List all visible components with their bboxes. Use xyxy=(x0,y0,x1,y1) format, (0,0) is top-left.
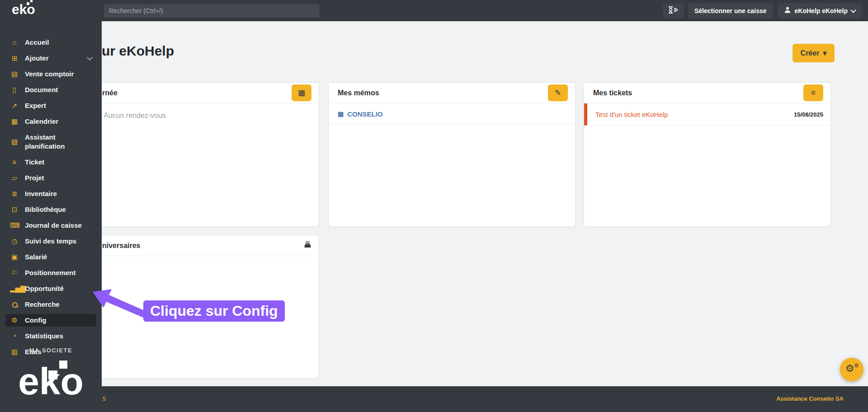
sidebar-item-positionnement[interactable]: ⚐Positionnement xyxy=(5,267,96,279)
eko-logo-small[interactable]: eko xyxy=(12,2,35,17)
ticket-list: Test d'un ticket eKoHelp15/08/2025 xyxy=(584,103,830,126)
calendar-icon: ▦ xyxy=(10,117,19,126)
sidebar-item-label: Projet xyxy=(25,173,44,183)
assistance-link[interactable]: Assistance Conselio SA xyxy=(776,395,844,402)
user-menu-button[interactable]: eKoHelp eKoHelp xyxy=(778,3,862,18)
sidebar-menu: ⌂Accueil⊞Ajouter▤Vente comptoir▯Document… xyxy=(0,36,102,361)
folder-open-icon: ▱ xyxy=(10,173,19,183)
memo-item[interactable]: ▦CONSELIO xyxy=(329,103,575,125)
memo-list: ▦CONSELIO xyxy=(329,103,575,125)
card-tickets-title: Mes tickets xyxy=(593,89,632,97)
hourglass-play-icon xyxy=(668,6,679,15)
sidebar-item-projet[interactable]: ▱Projet xyxy=(5,172,96,184)
no-appointment-text: Aucun rendez-vous xyxy=(104,112,166,119)
annotation-label: Cliquez sur Config xyxy=(143,300,285,322)
select-caisse-button[interactable]: Sélectionner une caisse xyxy=(688,3,773,18)
sidebar-item-ticket[interactable]: ≡Ticket xyxy=(5,156,96,169)
sidebar-item-label: Vente comptoir xyxy=(25,70,74,79)
card-memos-header: Mes mémos ✎ xyxy=(329,83,575,103)
sidebar-item-opportunite[interactable]: ▂▅▇Opportunité xyxy=(5,282,96,295)
caret-down-icon: ▾ xyxy=(823,49,826,57)
card-journee: rnée ▦ Aucun rendez-vous xyxy=(72,82,319,227)
ticket-label: Test d'un ticket eKoHelp xyxy=(595,111,668,118)
map-icon: ⚐ xyxy=(10,268,19,277)
ticket-list-button[interactable]: ≡ xyxy=(803,84,823,101)
card-journee-title: rnée xyxy=(102,89,118,97)
sidebar-item-recherche[interactable]: Recherche xyxy=(5,298,96,311)
sidebar: eko ⌂Accueil⊞Ajouter▤Vente comptoir▯Docu… xyxy=(0,0,102,412)
sidebar-item-bibliotheque[interactable]: ⊡Bibliothèque xyxy=(5,203,96,216)
cash-register-icon: ⌨ xyxy=(10,221,19,230)
plus-square-icon: ⊞ xyxy=(10,54,19,63)
card-memos: Mes mémos ✎ ▦CONSELIO xyxy=(328,82,576,227)
pencil-icon: ✎ xyxy=(555,88,561,98)
person-icon xyxy=(784,6,791,15)
sidebar-item-label: Bibliothèque xyxy=(25,205,66,214)
sidebar-item-assistant-planification[interactable]: ▧Assistant planification xyxy=(5,131,96,153)
ticket-row[interactable]: Test d'un ticket eKoHelp15/08/2025 xyxy=(584,103,830,126)
time-tracking-button[interactable] xyxy=(663,3,684,18)
sidebar-item-inventaire[interactable]: ≣Inventaire xyxy=(5,187,96,200)
sidebar-item-label: Positionnement xyxy=(25,268,76,277)
sidebar-item-label: Statistiques xyxy=(25,332,63,341)
sidebar-item-label: Recherche xyxy=(25,300,60,309)
sitemap-icon: ⊡ xyxy=(10,205,19,214)
create-button-label: Créer xyxy=(801,49,820,57)
edit-memo-button[interactable]: ✎ xyxy=(548,84,568,101)
card-journee-header: rnée ▦ xyxy=(72,83,319,103)
building-icon: ▦ xyxy=(338,110,344,117)
calendar-icon: ▦ xyxy=(298,88,305,98)
file-export-icon: ↗ xyxy=(10,101,19,110)
sidebar-item-accueil[interactable]: ⌂Accueil xyxy=(5,36,96,49)
eko-logo-big-text: eko xyxy=(18,360,84,403)
sidebar-item-calendrier[interactable]: ▦Calendrier xyxy=(5,115,96,128)
sidebar-item-label: Expert xyxy=(25,101,46,110)
settings-fab-button[interactable]: ⚙ ⚙ xyxy=(840,358,863,381)
sidebar-item-label: Opportunité xyxy=(25,284,64,293)
list-check-icon: ≡ xyxy=(811,89,816,98)
sidebar-item-document[interactable]: ▯Document xyxy=(5,84,96,96)
sidebar-item-label: Ticket xyxy=(25,158,44,167)
calendar-edit-icon: ▧ xyxy=(10,137,19,146)
calendar-button[interactable]: ▦ xyxy=(292,84,311,101)
sidebar-item-config[interactable]: ⚙Config xyxy=(5,314,96,327)
sidebar-item-salarie[interactable]: ▣Salarié xyxy=(5,251,96,263)
sidebar-item-label: Ajouter xyxy=(25,54,49,63)
gear-icon: ⚙ xyxy=(845,364,854,374)
company-label: MA SOCIETE xyxy=(0,347,102,354)
barcode-icon: ≣ xyxy=(10,189,19,198)
card-tickets-header: Mes tickets ≡ xyxy=(584,83,830,103)
memo-item-label: CONSELIO xyxy=(347,110,382,118)
footer: 5 Assistance Conselio SA xyxy=(0,386,868,412)
sidebar-item-ajouter[interactable]: ⊞Ajouter xyxy=(5,52,96,65)
user-name-label: eKoHelp eKoHelp xyxy=(795,7,848,14)
card-anniversaires-header: niversaires xyxy=(72,235,319,256)
gear-small-icon: ⚙ xyxy=(854,363,859,368)
sidebar-item-label: Config xyxy=(25,316,46,325)
file-icon: ▯ xyxy=(10,85,19,94)
page-title: ur eKoHelp xyxy=(102,43,174,59)
sidebar-item-journal-de-caisse[interactable]: ⌨Journal de caisse xyxy=(5,219,96,232)
home-icon: ⌂ xyxy=(10,38,19,47)
sidebar-item-suivi-des-temps[interactable]: ◷Suivi des temps xyxy=(5,235,96,248)
chevron-down-icon xyxy=(850,7,856,13)
gears-icon: ⚙ xyxy=(10,316,19,325)
search-input[interactable] xyxy=(104,5,319,17)
sidebar-item-label: Assistant planification xyxy=(25,133,92,151)
sidebar-item-expert[interactable]: ↗Expert xyxy=(5,99,96,112)
chevron-down-icon xyxy=(87,55,93,61)
sidebar-item-label: Accueil xyxy=(25,38,49,47)
card-anniversaires-title: niversaires xyxy=(102,242,141,250)
create-button[interactable]: Créer ▾ xyxy=(793,44,835,62)
sidebar-item-statistiques[interactable]: ◔Statistiques xyxy=(5,330,96,342)
card-memos-title: Mes mémos xyxy=(338,89,379,97)
sidebar-item-label: Inventaire xyxy=(25,189,57,198)
sidebar-item-label: Journal de caisse xyxy=(25,221,82,230)
search-icon xyxy=(12,302,17,307)
ticket-date: 15/08/2025 xyxy=(794,111,823,118)
annotation-arrow xyxy=(88,286,149,319)
list-check-icon: ≡ xyxy=(10,158,19,167)
app-root: ur eKoHelp Créer ▾ rnée ▦ Aucun rendez-v… xyxy=(0,0,868,412)
sidebar-item-label: Salarié xyxy=(25,253,47,262)
sidebar-item-vente-comptoir[interactable]: ▤Vente comptoir xyxy=(5,68,96,80)
